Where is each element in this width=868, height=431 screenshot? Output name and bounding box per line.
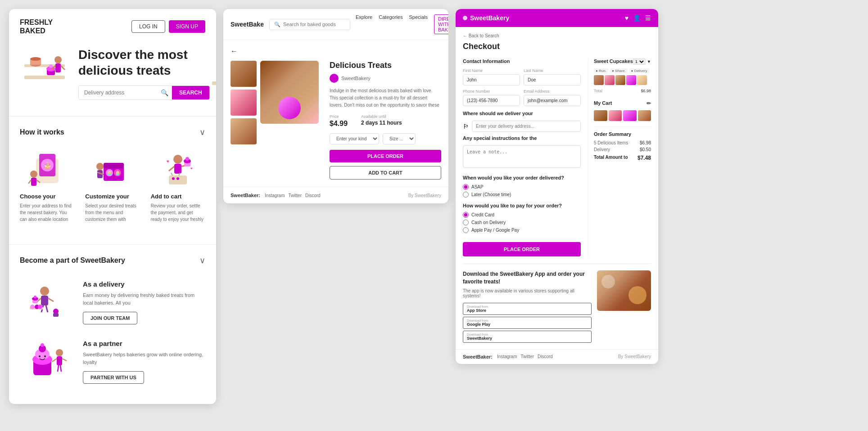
nav-direct[interactable]: DIRECT WITH BAKE [434, 14, 448, 34]
summary-items-row: 5 Delicious Items $6.98 [594, 140, 651, 145]
apple-pay-radio[interactable] [463, 227, 469, 233]
place-order-checkout-button[interactable]: PLACE ORDER [463, 242, 581, 256]
special-instructions-input[interactable] [463, 145, 581, 168]
phone-input[interactable] [463, 95, 520, 106]
footer-brand: SweetBaker: Instagram Twitter Discord [231, 193, 321, 198]
search-icon: 🔍 [274, 22, 280, 27]
qty-select[interactable]: 123 [633, 58, 646, 65]
signup-button[interactable]: SIGN UP [169, 20, 205, 33]
footer-twitter[interactable]: Twitter [289, 193, 302, 198]
later-radio[interactable] [463, 192, 469, 198]
search-icon-button[interactable]: 🔍 [157, 86, 172, 99]
thumb-1[interactable] [231, 61, 257, 87]
footer-instagram[interactable]: Instagram [265, 193, 285, 198]
first-name-input[interactable] [463, 74, 520, 85]
checkout-layout: Contact Information First Name Last Name… [463, 58, 651, 256]
checkout-brand-name: SweetBakery [470, 14, 509, 22]
user-icon[interactable]: 👤 [633, 14, 641, 22]
app-download-title: Download the SweetBakery App and order y… [463, 270, 592, 286]
checkout-title: Checkout [463, 42, 651, 51]
step-2: 🧁 🧁 Customize your Select your desired t… [85, 148, 140, 223]
tag-share: ● Share. [610, 68, 628, 73]
delivery-address-input[interactable] [79, 86, 157, 99]
available-value: 2 days 11 hours [361, 120, 402, 126]
checkout-footer-instagram[interactable]: Instagram [497, 354, 517, 359]
step-3-illustration: ♥ ♥ [151, 148, 205, 189]
app-store-button[interactable]: Download from App Store [463, 303, 592, 315]
sweetbake-search-bar[interactable]: 🔍 [269, 19, 350, 30]
cash-radio[interactable] [463, 220, 469, 225]
google-play-button[interactable]: Download from Google Play [463, 317, 592, 329]
svg-point-77 [56, 349, 63, 356]
svg-point-65 [30, 305, 35, 309]
checkout-header-icons: ♥ 👤 ☰ [625, 14, 651, 22]
panel1-header: FRESHLY BAKED LOG IN SIGN UP [9, 9, 216, 42]
svg-point-38 [96, 163, 104, 170]
divider-1 [9, 116, 216, 117]
thumb-3[interactable] [231, 118, 257, 144]
kind-select[interactable]: Enter your kind [330, 133, 379, 144]
search-bar: 🔍 SEARCH [78, 85, 210, 100]
svg-point-63 [34, 296, 36, 298]
step-1: 🎂 Choose your Enter your address to find… [20, 148, 74, 223]
step-3: ♥ ♥ Add to cart Review your order, settl… [151, 148, 205, 223]
sweetbake-header: SweetBake 🔍 Explore Categories Specials … [223, 9, 448, 40]
svg-line-60 [46, 305, 48, 312]
back-button[interactable]: ← [231, 47, 441, 55]
checkout-footer-twitter[interactable]: Twitter [521, 354, 534, 359]
svg-rect-78 [57, 356, 62, 365]
my-cart-item-2 [609, 110, 622, 121]
credit-card-label: Credit Card [471, 212, 494, 217]
step-2-desc: Select your desired treats from the menu… [85, 202, 140, 223]
how-it-works-header[interactable]: How it works ∨ [9, 124, 216, 141]
svg-point-7 [49, 64, 53, 68]
sweetbake-logo: SweetBake [231, 21, 264, 28]
nav-categories[interactable]: Categories [379, 14, 402, 34]
sweetbake-search-input[interactable] [283, 22, 345, 27]
dropdown-icon: ▼ [647, 59, 651, 64]
size-select[interactable]: Size ... [383, 133, 416, 144]
partner-with-us-button[interactable]: PARTNER WITH US [83, 371, 144, 384]
last-name-group: Last Name [524, 68, 581, 85]
become-partner-header[interactable]: Become a part of SweetBakery ∨ [9, 252, 216, 269]
back-to-search[interactable]: ← Back to Search [463, 33, 651, 38]
delivery-partner-item: As a delivery Earn money by delivering f… [20, 273, 205, 332]
step-1-desc: Enter your address to find the nearest b… [20, 202, 74, 223]
cart-total-label: Total [594, 89, 602, 93]
nav-explore[interactable]: Explore [356, 14, 372, 34]
step-3-desc: Review your order, settle the payment, a… [151, 202, 205, 223]
seller-row: SweetBakery [330, 74, 441, 83]
edit-cart-icon[interactable]: ✏ [646, 100, 651, 107]
thumb-2[interactable] [231, 90, 257, 116]
search-button[interactable]: SEARCH [172, 86, 209, 99]
seller-name: SweetBakery [341, 76, 371, 81]
svg-line-81 [58, 365, 59, 372]
delivery-address-input[interactable] [472, 121, 581, 132]
last-name-input[interactable] [524, 74, 581, 85]
checkout-body: ← Back to Search Checkout Contact Inform… [456, 27, 658, 349]
svg-point-75 [39, 355, 41, 357]
place-order-button[interactable]: PLACE ORDER [330, 150, 441, 162]
footer-discord[interactable]: Discord [305, 193, 321, 198]
heart-icon[interactable]: ♥ [625, 14, 628, 22]
join-team-button[interactable]: JOIN OUR TEAM [83, 312, 137, 324]
checkout-footer-discord[interactable]: Discord [538, 354, 553, 359]
hero-right-illustration [210, 50, 216, 97]
asap-option: ASAP [463, 184, 581, 190]
credit-card-radio[interactable] [463, 212, 469, 218]
nav-specials[interactable]: Specials [409, 14, 428, 34]
as-partner-item: As a partner SweetBakery helps bakeries … [20, 332, 205, 391]
hero-left-illustration [20, 51, 74, 96]
sweet-bakery-app-button[interactable]: Download from SweetBakery [463, 331, 592, 343]
product-layout: Delicious Treats SweetBakery Indulge in … [231, 61, 441, 180]
add-to-cart-button[interactable]: ADD TO CART [330, 166, 441, 180]
email-label: Email Address [524, 89, 581, 94]
tag-run: ● Run. [594, 68, 608, 73]
svg-point-4 [30, 57, 41, 61]
email-input[interactable] [524, 95, 581, 106]
asap-radio[interactable] [463, 184, 469, 190]
menu-icon[interactable]: ☰ [645, 14, 651, 22]
login-button[interactable]: LOG IN [131, 20, 165, 33]
delivery-desc: Earn money by delivering freshly baked t… [83, 292, 205, 306]
svg-rect-9 [55, 63, 61, 72]
